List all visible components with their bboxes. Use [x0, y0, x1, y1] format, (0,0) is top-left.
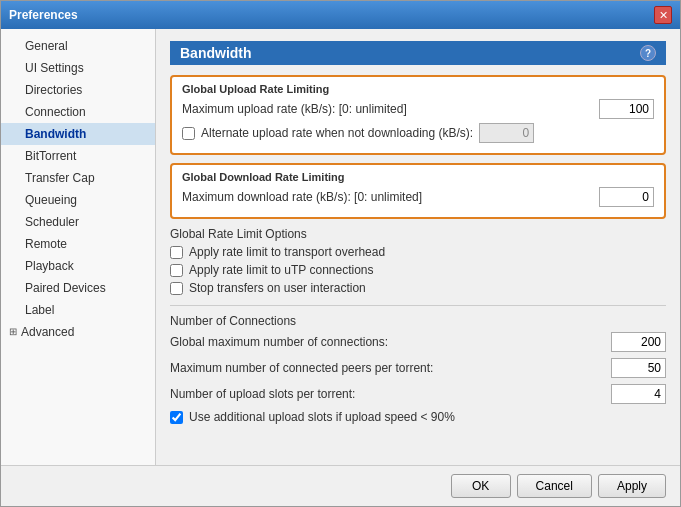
max-upload-input[interactable]: [599, 99, 654, 119]
expand-icon: ⊞: [9, 323, 17, 341]
main-panel: Bandwidth ? Global Upload Rate Limiting …: [156, 29, 680, 465]
max-peers-row: Maximum number of connected peers per to…: [170, 358, 666, 378]
rate-limit-options: Global Rate Limit Options Apply rate lim…: [170, 227, 666, 295]
stop-transfers-checkbox[interactable]: [170, 282, 183, 295]
alternate-upload-checkbox[interactable]: [182, 127, 195, 140]
sidebar-label-scheduler: Scheduler: [25, 213, 79, 231]
sidebar-item-directories[interactable]: Directories: [1, 79, 155, 101]
sidebar-item-queueing[interactable]: Queueing: [1, 189, 155, 211]
sidebar-item-paired-devices[interactable]: Paired Devices: [1, 277, 155, 299]
additional-slots-row: Use additional upload slots if upload sp…: [170, 410, 666, 424]
sidebar-label-connection: Connection: [25, 103, 86, 121]
preferences-window: Preferences ✕ General UI Settings Direct…: [0, 0, 681, 507]
content-area: General UI Settings Directories Connecti…: [1, 29, 680, 465]
sidebar-label-queueing: Queueing: [25, 191, 77, 209]
rate-limit-overhead-row: Apply rate limit to transport overhead: [170, 245, 666, 259]
sidebar-item-scheduler[interactable]: Scheduler: [1, 211, 155, 233]
connections-section: Number of Connections Global maximum num…: [170, 314, 666, 424]
max-download-label: Maximum download rate (kB/s): [0: unlimi…: [182, 190, 599, 204]
stop-transfers-label: Stop transfers on user interaction: [189, 281, 366, 295]
help-icon[interactable]: ?: [640, 45, 656, 61]
max-peers-input[interactable]: [611, 358, 666, 378]
footer: OK Cancel Apply: [1, 465, 680, 506]
panel-header: Bandwidth ?: [170, 41, 666, 65]
alternate-upload-input[interactable]: [479, 123, 534, 143]
sidebar-item-bittorrent[interactable]: BitTorrent: [1, 145, 155, 167]
sidebar-item-advanced[interactable]: ⊞ Advanced: [1, 321, 155, 343]
rate-limit-utp-label: Apply rate limit to uTP connections: [189, 263, 374, 277]
close-button[interactable]: ✕: [654, 6, 672, 24]
rate-limit-title: Global Rate Limit Options: [170, 227, 666, 241]
max-upload-row: Maximum upload rate (kB/s): [0: unlimite…: [182, 99, 654, 119]
sidebar-label-advanced: Advanced: [21, 323, 74, 341]
max-peers-label: Maximum number of connected peers per to…: [170, 361, 611, 375]
max-download-row: Maximum download rate (kB/s): [0: unlimi…: [182, 187, 654, 207]
additional-slots-label: Use additional upload slots if upload sp…: [189, 410, 455, 424]
sidebar-item-remote[interactable]: Remote: [1, 233, 155, 255]
sidebar-item-transfer-cap[interactable]: Transfer Cap: [1, 167, 155, 189]
sidebar-label-transfer-cap: Transfer Cap: [25, 169, 95, 187]
titlebar: Preferences ✕: [1, 1, 680, 29]
rate-limit-utp-row: Apply rate limit to uTP connections: [170, 263, 666, 277]
max-connections-label: Global maximum number of connections:: [170, 335, 611, 349]
upload-section: Global Upload Rate Limiting Maximum uplo…: [170, 75, 666, 155]
max-upload-label: Maximum upload rate (kB/s): [0: unlimite…: [182, 102, 599, 116]
apply-button[interactable]: Apply: [598, 474, 666, 498]
divider: [170, 305, 666, 306]
download-section: Global Download Rate Limiting Maximum do…: [170, 163, 666, 219]
cancel-button[interactable]: Cancel: [517, 474, 592, 498]
sidebar-item-connection[interactable]: Connection: [1, 101, 155, 123]
download-section-title: Global Download Rate Limiting: [182, 171, 654, 183]
sidebar-item-bandwidth[interactable]: Bandwidth: [1, 123, 155, 145]
sidebar-label-general: General: [25, 37, 68, 55]
upload-section-title: Global Upload Rate Limiting: [182, 83, 654, 95]
sidebar-item-playback[interactable]: Playback: [1, 255, 155, 277]
ok-button[interactable]: OK: [451, 474, 511, 498]
sidebar-label-label: Label: [25, 301, 54, 319]
rate-limit-overhead-checkbox[interactable]: [170, 246, 183, 259]
sidebar-label-playback: Playback: [25, 257, 74, 275]
panel-title: Bandwidth: [180, 45, 252, 61]
rate-limit-overhead-label: Apply rate limit to transport overhead: [189, 245, 385, 259]
upload-slots-row: Number of upload slots per torrent:: [170, 384, 666, 404]
max-connections-input[interactable]: [611, 332, 666, 352]
window-title: Preferences: [9, 8, 78, 22]
rate-limit-utp-checkbox[interactable]: [170, 264, 183, 277]
sidebar-item-ui-settings[interactable]: UI Settings: [1, 57, 155, 79]
connections-title: Number of Connections: [170, 314, 666, 328]
sidebar-item-label[interactable]: Label: [1, 299, 155, 321]
sidebar-item-general[interactable]: General: [1, 35, 155, 57]
stop-transfers-row: Stop transfers on user interaction: [170, 281, 666, 295]
alternate-upload-label: Alternate upload rate when not downloadi…: [201, 126, 473, 140]
max-connections-row: Global maximum number of connections:: [170, 332, 666, 352]
alternate-upload-row: Alternate upload rate when not downloadi…: [182, 123, 654, 143]
sidebar: General UI Settings Directories Connecti…: [1, 29, 156, 465]
max-download-input[interactable]: [599, 187, 654, 207]
sidebar-label-ui-settings: UI Settings: [25, 59, 84, 77]
upload-slots-label: Number of upload slots per torrent:: [170, 387, 611, 401]
sidebar-label-bandwidth: Bandwidth: [25, 125, 86, 143]
upload-slots-input[interactable]: [611, 384, 666, 404]
sidebar-label-directories: Directories: [25, 81, 82, 99]
sidebar-label-paired-devices: Paired Devices: [25, 279, 106, 297]
additional-slots-checkbox[interactable]: [170, 411, 183, 424]
sidebar-label-remote: Remote: [25, 235, 67, 253]
sidebar-label-bittorrent: BitTorrent: [25, 147, 76, 165]
